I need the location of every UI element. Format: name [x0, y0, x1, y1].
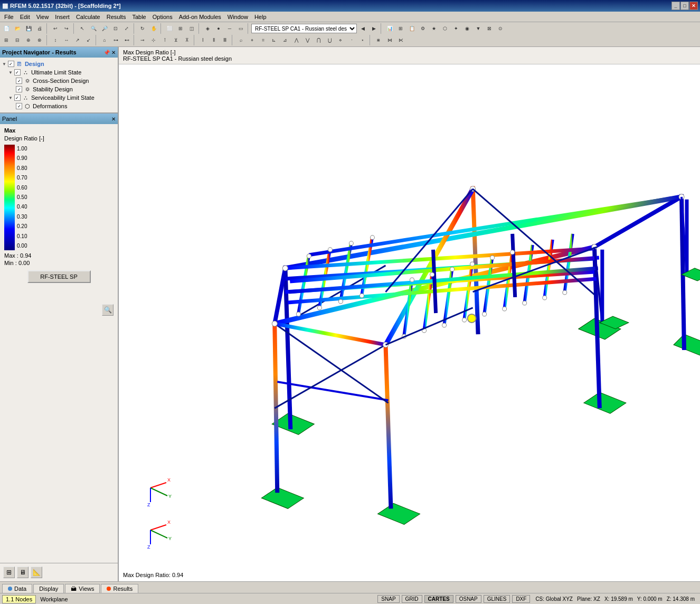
menu-help[interactable]: Help	[251, 13, 270, 21]
tb-rotate[interactable]: ↻	[137, 23, 148, 34]
tb-more5[interactable]: ◉	[462, 23, 472, 34]
tb-new[interactable]: 📄	[1, 23, 12, 34]
tb2-32[interactable]: ⋇	[373, 35, 384, 45]
tb-view-top[interactable]: ⊞	[175, 23, 186, 34]
tb-zoom-in[interactable]: 🔍	[88, 23, 99, 34]
tb-more7[interactable]: ⊠	[484, 23, 495, 34]
tb2-23[interactable]: ⊾	[269, 35, 279, 45]
chk-crosssection[interactable]	[16, 78, 22, 84]
tb2-1[interactable]: ⊞	[1, 35, 12, 45]
menu-addon[interactable]: Add-on Modules	[176, 13, 224, 21]
tb-prev[interactable]: ◀	[357, 23, 368, 34]
tb-zoom-out[interactable]: 🔎	[99, 23, 110, 34]
tb2-3[interactable]: ⊕	[23, 35, 34, 45]
tb2-24[interactable]: ⊿	[280, 35, 290, 45]
chk-design[interactable]	[8, 61, 14, 67]
menu-window[interactable]: Window	[224, 13, 251, 21]
tb2-4[interactable]: ⊗	[34, 35, 45, 45]
tb2-20[interactable]: ⌕	[235, 35, 246, 45]
tb2-15[interactable]: ⊻	[171, 35, 181, 45]
tab-display[interactable]: Display	[33, 584, 64, 593]
cartes-button[interactable]: CARTES	[424, 595, 453, 603]
tab-views[interactable]: 🏔 Views	[65, 584, 100, 593]
tb2-34[interactable]: ⋉	[395, 35, 406, 45]
tb-node[interactable]: ●	[213, 23, 224, 34]
tree-item-ultimate[interactable]: ▼ ⛬ Ultimate Limit State	[1, 68, 117, 77]
tb-select[interactable]: ↖	[77, 23, 88, 34]
tab-data[interactable]: Data	[2, 584, 32, 593]
tb-save[interactable]: 💾	[23, 23, 34, 34]
chk-ultimate[interactable]	[14, 69, 21, 76]
tree-item-serviceability[interactable]: ▼ ⛬ Serviceability Limit State	[1, 93, 117, 102]
tb2-7[interactable]: ↗	[72, 35, 83, 45]
tb2-30[interactable]: ⋅	[346, 35, 357, 45]
tb2-2[interactable]: ⊟	[12, 35, 23, 45]
panel-close-btn[interactable]: ✕	[111, 116, 116, 122]
tb2-17[interactable]: Ⅰ	[197, 35, 208, 45]
menu-table[interactable]: Table	[129, 13, 149, 21]
tb-more8[interactable]: ⊙	[495, 23, 506, 34]
tb-open[interactable]: 📂	[12, 23, 23, 34]
tb2-6[interactable]: ↔	[61, 35, 72, 45]
minimize-button[interactable]: _	[671, 2, 680, 10]
tb2-8[interactable]: ↙	[83, 35, 94, 45]
menu-insert[interactable]: Insert	[52, 13, 73, 21]
tb-next[interactable]: ▶	[368, 23, 379, 34]
tb2-25[interactable]: ⋀	[291, 35, 301, 45]
tb2-29[interactable]: ⋄	[335, 35, 346, 45]
tb2-31[interactable]: ⋆	[357, 35, 368, 45]
viewport[interactable]: Max Design Ratio [-] RF-STEEL SP CA1 - R…	[119, 47, 700, 581]
chk-stability[interactable]	[16, 86, 22, 92]
canvas-area[interactable]: X Y Z X Y Z Max Design Ratio: 0.94	[119, 66, 700, 581]
rfsteel-button[interactable]: RF-STEEL SP	[27, 270, 91, 283]
tb-render[interactable]: ◈	[202, 23, 213, 34]
tb2-12[interactable]: ⊸	[137, 35, 148, 45]
maximize-button[interactable]: □	[680, 2, 689, 10]
tree-item-design[interactable]: ▼ 🖹 Design	[1, 60, 117, 68]
panel-icon-display[interactable]: 🖥	[17, 567, 29, 578]
tree-item-crosssection[interactable]: ⛭ Cross-Section Design	[1, 77, 117, 85]
grid-button[interactable]: GRID	[402, 595, 422, 603]
menu-view[interactable]: View	[33, 13, 52, 21]
tb-zoom-window[interactable]: ⊡	[110, 23, 121, 34]
panel-icon-grid[interactable]: ⊞	[3, 567, 15, 578]
tb-pan[interactable]: ✋	[148, 23, 159, 34]
tree-item-deformations[interactable]: ⬡ Deformations	[1, 102, 117, 110]
tb2-13[interactable]: ⊹	[148, 35, 159, 45]
tb-zoom-all[interactable]: ⤢	[121, 23, 132, 34]
nav-pin-btn[interactable]: 📌	[103, 50, 110, 55]
close-button[interactable]: ✕	[689, 2, 698, 10]
nav-close-btn[interactable]: ✕	[111, 50, 116, 55]
tb2-21[interactable]: ⌖	[247, 35, 257, 45]
result-combo[interactable]: RF-STEEL SP CA1 - Russian steel desig	[251, 24, 357, 33]
tb2-28[interactable]: ⋃	[324, 35, 335, 45]
tb2-19[interactable]: Ⅲ	[220, 35, 230, 45]
tb-undo[interactable]: ↩	[50, 23, 61, 34]
tb-report[interactable]: 📋	[406, 23, 417, 34]
tb2-18[interactable]: Ⅱ	[209, 35, 219, 45]
tb2-27[interactable]: ⋂	[313, 35, 324, 45]
dxf-button[interactable]: DXF	[512, 595, 530, 603]
tb-redo[interactable]: ↪	[61, 23, 72, 34]
menu-file[interactable]: File	[1, 13, 17, 21]
tab-results[interactable]: Results	[101, 584, 138, 593]
tb-graph[interactable]: 📊	[384, 23, 395, 34]
tb2-5[interactable]: ↕	[50, 35, 61, 45]
tb-surface[interactable]: ▭	[235, 23, 246, 34]
panel-icon-chart[interactable]: 📐	[31, 567, 42, 578]
chk-serviceability[interactable]	[14, 95, 21, 101]
tb-print[interactable]: 🖨	[34, 23, 45, 34]
tb2-33[interactable]: ⋈	[384, 35, 395, 45]
tb-more1[interactable]: ⚙	[418, 23, 428, 34]
tb-view-front[interactable]: ⬜	[164, 23, 175, 34]
tb2-9[interactable]: ⌂	[99, 35, 110, 45]
menu-results[interactable]: Results	[103, 13, 129, 21]
glines-button[interactable]: GLINES	[484, 595, 510, 603]
tb-more6[interactable]: ▼	[473, 23, 484, 34]
tb2-11[interactable]: ⊷	[121, 35, 132, 45]
tb2-22[interactable]: ⌗	[258, 35, 268, 45]
menu-edit[interactable]: Edit	[17, 13, 33, 21]
tb-view-3d[interactable]: ◫	[186, 23, 197, 34]
snap-button[interactable]: SNAP	[377, 595, 399, 603]
tb2-26[interactable]: ⋁	[302, 35, 313, 45]
